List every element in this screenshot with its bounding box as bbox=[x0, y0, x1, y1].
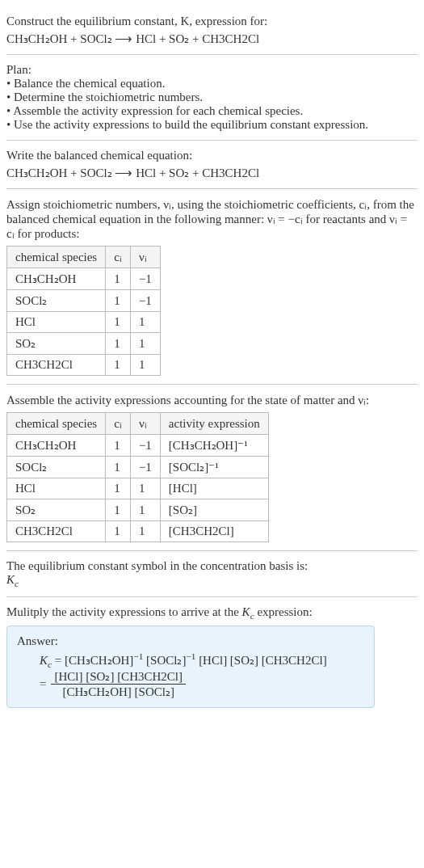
cell-ci: 1 bbox=[106, 478, 131, 499]
cell-ci: 1 bbox=[106, 268, 131, 290]
table-row: CH₃CH₂OH 1 −1 [CH₃CH₂OH]⁻¹ bbox=[7, 435, 269, 457]
symbol-line1: The equilibrium constant symbol in the c… bbox=[6, 559, 418, 573]
cell-ci: 1 bbox=[106, 435, 131, 457]
cell-ci: 1 bbox=[106, 312, 131, 333]
fraction-numerator: [HCl] [SO₂] [CH3CH2Cl] bbox=[51, 669, 186, 685]
answer-label: Answer: bbox=[17, 634, 364, 648]
balanced-heading: Write the balanced chemical equation: bbox=[6, 149, 418, 162]
title-equation: CH₃CH₂OH + SOCl₂ ⟶ HCl + SO₂ + CH3CH2Cl bbox=[6, 32, 418, 46]
cell-species: HCl bbox=[7, 478, 106, 499]
cell-ci: 1 bbox=[106, 521, 131, 542]
activity-heading: Assemble the activity expressions accoun… bbox=[6, 393, 418, 407]
cell-vi: 1 bbox=[130, 333, 160, 355]
cell-activity: [SO₂] bbox=[160, 499, 268, 521]
cell-ci: 1 bbox=[106, 457, 131, 478]
cell-activity: [HCl] bbox=[160, 478, 268, 499]
cell-activity: [CH₃CH₂OH]⁻¹ bbox=[160, 435, 268, 457]
cell-ci: 1 bbox=[106, 499, 131, 521]
answer-box: Answer: Kc = [CH₃CH₂OH]−1 [SOCl₂]−1 [HCl… bbox=[6, 626, 375, 708]
plan-item: • Assemble the activity expression for e… bbox=[6, 104, 418, 118]
activity-section: Assemble the activity expressions accoun… bbox=[6, 385, 418, 551]
cell-activity: [CH3CH2Cl] bbox=[160, 521, 268, 542]
cell-vi: −1 bbox=[130, 290, 160, 312]
balanced-section: Write the balanced chemical equation: CH… bbox=[6, 141, 418, 189]
cell-species: HCl bbox=[7, 312, 106, 333]
cell-ci: 1 bbox=[106, 355, 131, 376]
cell-species: CH3CH2Cl bbox=[7, 521, 106, 542]
multiply-section: Mulitply the activity expressions to arr… bbox=[6, 597, 418, 716]
table-row: HCl 1 1 bbox=[7, 312, 161, 333]
col-activity: activity expression bbox=[160, 413, 268, 435]
cell-species: SOCl₂ bbox=[7, 290, 106, 312]
table-row: HCl 1 1 [HCl] bbox=[7, 478, 269, 499]
cell-ci: 1 bbox=[106, 333, 131, 355]
cell-vi: 1 bbox=[130, 355, 160, 376]
cell-species: CH3CH2Cl bbox=[7, 355, 106, 376]
plan-item: • Balance the chemical equation. bbox=[6, 77, 418, 91]
col-vi: νᵢ bbox=[130, 246, 160, 268]
col-ci: cᵢ bbox=[106, 246, 131, 268]
cell-species: SO₂ bbox=[7, 499, 106, 521]
plan-section: Plan: • Balance the chemical equation. •… bbox=[6, 55, 418, 141]
stoich-heading: Assign stoichiometric numbers, νᵢ, using… bbox=[6, 197, 418, 241]
col-vi: νᵢ bbox=[130, 413, 160, 435]
cell-vi: 1 bbox=[130, 478, 160, 499]
fraction-denominator: [CH₃CH₂OH] [SOCl₂] bbox=[51, 685, 186, 699]
table-row: CH3CH2Cl 1 1 [CH3CH2Cl] bbox=[7, 521, 269, 542]
col-species: chemical species bbox=[7, 413, 106, 435]
cell-activity: [SOCl₂]⁻¹ bbox=[160, 457, 268, 478]
cell-vi: 1 bbox=[130, 312, 160, 333]
stoich-section: Assign stoichiometric numbers, νᵢ, using… bbox=[6, 189, 418, 385]
cell-vi: −1 bbox=[130, 457, 160, 478]
plan-item: • Determine the stoichiometric numbers. bbox=[6, 91, 418, 104]
cell-species: SOCl₂ bbox=[7, 457, 106, 478]
cell-species: CH₃CH₂OH bbox=[7, 268, 106, 290]
table-row: CH3CH2Cl 1 1 bbox=[7, 355, 161, 376]
symbol-section: The equilibrium constant symbol in the c… bbox=[6, 551, 418, 597]
title-line: Construct the equilibrium constant, K, e… bbox=[6, 15, 418, 28]
eq-sign: = bbox=[40, 677, 46, 691]
table-row: SO₂ 1 1 [SO₂] bbox=[7, 499, 269, 521]
cell-species: CH₃CH₂OH bbox=[7, 435, 106, 457]
cell-ci: 1 bbox=[106, 290, 131, 312]
table-header-row: chemical species cᵢ νᵢ activity expressi… bbox=[7, 413, 269, 435]
table-row: SOCl₂ 1 −1 bbox=[7, 290, 161, 312]
symbol-kc: Kc bbox=[6, 573, 418, 588]
table-row: CH₃CH₂OH 1 −1 bbox=[7, 268, 161, 290]
multiply-heading: Mulitply the activity expressions to arr… bbox=[6, 605, 418, 621]
stoich-table: chemical species cᵢ νᵢ CH₃CH₂OH 1 −1 SOC… bbox=[6, 246, 161, 376]
cell-vi: 1 bbox=[130, 499, 160, 521]
cell-species: SO₂ bbox=[7, 333, 106, 355]
activity-table: chemical species cᵢ νᵢ activity expressi… bbox=[6, 412, 269, 542]
plan-heading: Plan: bbox=[6, 63, 418, 77]
plan-item: • Use the activity expressions to build … bbox=[6, 118, 418, 132]
answer-fraction: = [HCl] [SO₂] [CH3CH2Cl] [CH₃CH₂OH] [SOC… bbox=[40, 669, 364, 699]
table-header-row: chemical species cᵢ νᵢ bbox=[7, 246, 161, 268]
title-section: Construct the equilibrium constant, K, e… bbox=[6, 6, 418, 55]
fraction: [HCl] [SO₂] [CH3CH2Cl] [CH₃CH₂OH] [SOCl₂… bbox=[51, 669, 186, 699]
table-row: SO₂ 1 1 bbox=[7, 333, 161, 355]
col-ci: cᵢ bbox=[106, 413, 131, 435]
balanced-equation: CH₃CH₂OH + SOCl₂ ⟶ HCl + SO₂ + CH3CH2Cl bbox=[6, 166, 418, 180]
answer-line1: Kc = [CH₃CH₂OH]−1 [SOCl₂]−1 [HCl] [SO₂] … bbox=[40, 651, 364, 669]
cell-vi: 1 bbox=[130, 521, 160, 542]
col-species: chemical species bbox=[7, 246, 106, 268]
cell-vi: −1 bbox=[130, 435, 160, 457]
table-row: SOCl₂ 1 −1 [SOCl₂]⁻¹ bbox=[7, 457, 269, 478]
cell-vi: −1 bbox=[130, 268, 160, 290]
